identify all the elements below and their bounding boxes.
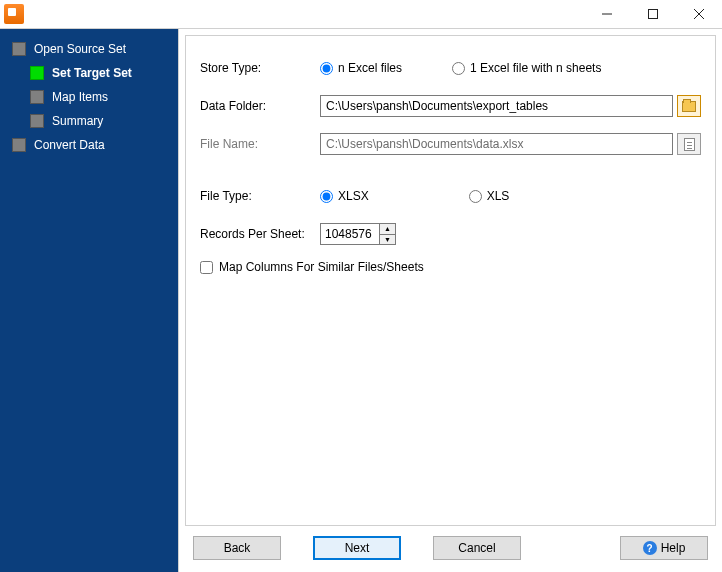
help-icon: ? [643,541,657,555]
radio-label: XLS [487,189,510,203]
radio-label: XLSX [338,189,369,203]
step-box-icon [30,90,44,104]
maximize-button[interactable] [630,0,676,28]
button-bar: Back Next Cancel ? Help [181,530,720,570]
step-box-icon [12,138,26,152]
file-name-input [320,133,673,155]
step-box-icon [30,114,44,128]
close-button[interactable] [676,0,722,28]
step-label: Summary [52,114,103,128]
form-area: Store Type: n Excel files 1 Excel file w… [185,35,716,526]
radio-xls[interactable]: XLS [469,189,510,203]
step-box-icon [12,42,26,56]
row-records-per-sheet: Records Per Sheet: ▲ ▼ [200,220,701,248]
help-button[interactable]: ? Help [620,536,708,560]
map-columns-checkbox[interactable]: Map Columns For Similar Files/Sheets [200,260,701,274]
spinner-down-icon[interactable]: ▼ [380,235,395,245]
step-map-items[interactable]: Map Items [4,85,178,109]
back-button[interactable]: Back [193,536,281,560]
row-file-type: File Type: XLSX XLS [200,182,701,210]
file-type-label: File Type: [200,189,320,203]
row-store-type: Store Type: n Excel files 1 Excel file w… [200,54,701,82]
records-per-sheet-label: Records Per Sheet: [200,227,320,241]
radio-one-file-n-sheets[interactable]: 1 Excel file with n sheets [452,61,601,75]
step-label: Set Target Set [52,66,132,80]
row-file-name: File Name: [200,130,701,158]
radio-xlsx[interactable]: XLSX [320,189,369,203]
step-box-icon [30,66,44,80]
browse-file-button [677,133,701,155]
browse-folder-button[interactable] [677,95,701,117]
folder-icon [682,101,696,112]
step-set-target-set[interactable]: Set Target Set [4,61,178,85]
spinner-up-icon[interactable]: ▲ [380,224,395,235]
map-columns-label: Map Columns For Similar Files/Sheets [219,260,424,274]
records-per-sheet-input[interactable] [321,224,379,244]
document-icon [684,138,695,151]
titlebar [0,0,722,28]
radio-label: 1 Excel file with n sheets [470,61,601,75]
step-label: Open Source Set [34,42,126,56]
app-icon [4,4,24,24]
step-summary[interactable]: Summary [4,109,178,133]
store-type-label: Store Type: [200,61,320,75]
records-per-sheet-spinner[interactable]: ▲ ▼ [320,223,396,245]
minimize-button[interactable] [584,0,630,28]
data-folder-input[interactable] [320,95,673,117]
next-button[interactable]: Next [313,536,401,560]
cancel-button[interactable]: Cancel [433,536,521,560]
radio-n-excel-files[interactable]: n Excel files [320,61,402,75]
file-name-label: File Name: [200,137,320,151]
svg-rect-1 [649,10,658,19]
row-data-folder: Data Folder: [200,92,701,120]
step-label: Map Items [52,90,108,104]
step-convert-data[interactable]: Convert Data [4,133,178,157]
data-folder-label: Data Folder: [200,99,320,113]
step-open-source-set[interactable]: Open Source Set [4,37,178,61]
main-panel: Store Type: n Excel files 1 Excel file w… [178,29,722,572]
radio-label: n Excel files [338,61,402,75]
step-label: Convert Data [34,138,105,152]
wizard-steps-sidebar: Open Source Set Set Target Set Map Items… [0,29,178,572]
